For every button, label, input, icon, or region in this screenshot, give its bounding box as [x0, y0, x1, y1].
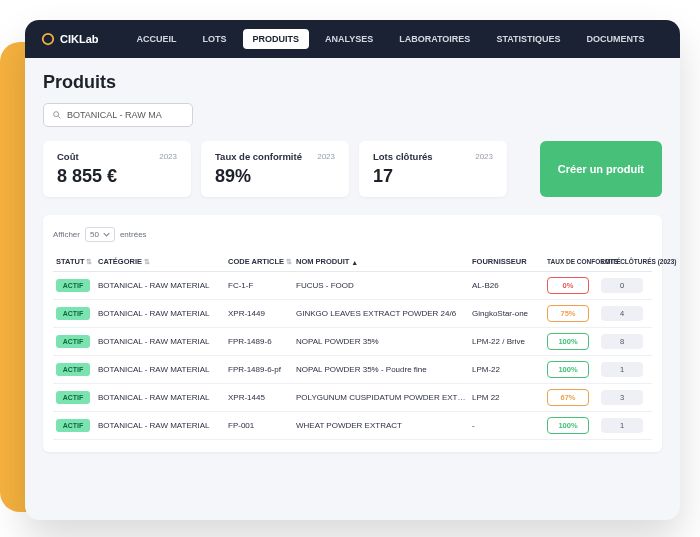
cell-category: BOTANICAL - RAW MATERIAL: [95, 356, 225, 384]
conformity-pill: 100%: [547, 417, 589, 434]
create-product-button[interactable]: Créer un produit: [540, 141, 662, 197]
logo-icon: [41, 32, 55, 46]
conformity-pill: 0%: [547, 277, 589, 294]
cell-category: BOTANICAL - RAW MATERIAL: [95, 300, 225, 328]
table-row[interactable]: ACTIFBOTANICAL - RAW MATERIALFP-001WHEAT…: [53, 412, 652, 440]
table-header-row: STATUT⇅ CATÉGORIE⇅ CODE ARTICLE⇅ NOM PRO…: [53, 252, 652, 272]
cell-supplier: LPM-22 / Brive: [469, 328, 544, 356]
closed-lots-pill: 1: [601, 418, 643, 433]
status-badge: ACTIF: [56, 307, 90, 320]
cell-supplier: AL-B26: [469, 272, 544, 300]
closed-lots-pill: 3: [601, 390, 643, 405]
closed-lots-pill: 0: [601, 278, 643, 293]
search-icon: [52, 110, 62, 120]
nav-items: ACCUEIL LOTS PRODUITS ANALYSES LABORATOI…: [127, 29, 655, 49]
stat-conformity: Taux de conformité 2023 89%: [201, 141, 349, 197]
chevron-down-icon: [103, 232, 110, 237]
th-status[interactable]: STATUT⇅: [53, 252, 95, 272]
cell-category: BOTANICAL - RAW MATERIAL: [95, 412, 225, 440]
cell-code: XPR-1445: [225, 384, 293, 412]
entries-selector: Afficher 50 entrées: [53, 227, 652, 242]
cell-supplier: GingkoStar-one: [469, 300, 544, 328]
nav-laboratoires[interactable]: LABORATOIRES: [389, 29, 480, 49]
search-value: BOTANICAL - RAW MA: [67, 110, 162, 120]
content-area: Produits BOTANICAL - RAW MA Coût 2023 8 …: [25, 58, 680, 466]
table-row[interactable]: ACTIFBOTANICAL - RAW MATERIALFPR-1489-6N…: [53, 328, 652, 356]
nav-analyses[interactable]: ANALYSES: [315, 29, 383, 49]
stat-cost-year: 2023: [159, 152, 177, 161]
table-row[interactable]: ACTIFBOTANICAL - RAW MATERIALFPR-1489-6-…: [53, 356, 652, 384]
cell-category: BOTANICAL - RAW MATERIAL: [95, 328, 225, 356]
closed-lots-pill: 1: [601, 362, 643, 377]
cell-code: FPR-1489-6: [225, 328, 293, 356]
stat-conform-value: 89%: [215, 166, 335, 187]
nav-produits[interactable]: PRODUITS: [243, 29, 310, 49]
navbar: CIKLab ACCUEIL LOTS PRODUITS ANALYSES LA…: [25, 20, 680, 58]
stat-conform-year: 2023: [317, 152, 335, 161]
table-row[interactable]: ACTIFBOTANICAL - RAW MATERIALFC-1-FFUCUS…: [53, 272, 652, 300]
stat-cost-value: 8 855 €: [57, 166, 177, 187]
sort-icon: ⇅: [86, 258, 92, 265]
status-badge: ACTIF: [56, 391, 90, 404]
conformity-pill: 75%: [547, 305, 589, 322]
svg-point-0: [43, 34, 54, 45]
th-closed-lots[interactable]: LOTS CLÔTURÉS (2023): [598, 252, 652, 272]
nav-documents[interactable]: DOCUMENTS: [577, 29, 655, 49]
th-code[interactable]: CODE ARTICLE⇅: [225, 252, 293, 272]
closed-lots-pill: 4: [601, 306, 643, 321]
brand-logo[interactable]: CIKLab: [41, 32, 99, 46]
stats-row: Coût 2023 8 855 € Taux de conformité 202…: [43, 141, 662, 197]
table-row[interactable]: ACTIFBOTANICAL - RAW MATERIALXPR-1449GIN…: [53, 300, 652, 328]
status-badge: ACTIF: [56, 279, 90, 292]
svg-point-1: [54, 112, 59, 117]
th-supplier[interactable]: FOURNISSEUR: [469, 252, 544, 272]
th-conform-rate[interactable]: TAUX DE CONFORMITÉ: [544, 252, 598, 272]
search-input[interactable]: BOTANICAL - RAW MA: [43, 103, 193, 127]
cell-code: FP-001: [225, 412, 293, 440]
sort-icon: ⇅: [144, 258, 150, 265]
cell-code: XPR-1449: [225, 300, 293, 328]
th-category[interactable]: CATÉGORIE⇅: [95, 252, 225, 272]
closed-lots-pill: 8: [601, 334, 643, 349]
conformity-pill: 100%: [547, 361, 589, 378]
cell-code: FPR-1489-6-pf: [225, 356, 293, 384]
table-row[interactable]: ACTIFBOTANICAL - RAW MATERIALXPR-1445POL…: [53, 384, 652, 412]
conformity-pill: 67%: [547, 389, 589, 406]
entries-select[interactable]: 50: [85, 227, 115, 242]
stat-closed-value: 17: [373, 166, 493, 187]
th-name[interactable]: NOM PRODUIT▲: [293, 252, 469, 272]
products-table-card: Afficher 50 entrées STATUT⇅ CATÉGORIE⇅ C…: [43, 215, 662, 452]
stat-closed-year: 2023: [475, 152, 493, 161]
show-label: Afficher: [53, 230, 80, 239]
entries-suffix: entrées: [120, 230, 147, 239]
cell-name: GINKGO LEAVES EXTRACT POWDER 24/6: [293, 300, 469, 328]
stat-conform-label: Taux de conformité: [215, 151, 302, 162]
svg-line-2: [58, 116, 60, 118]
entries-value: 50: [90, 230, 99, 239]
page-title: Produits: [43, 72, 662, 93]
cell-name: NOPAL POWDER 35%: [293, 328, 469, 356]
cell-category: BOTANICAL - RAW MATERIAL: [95, 272, 225, 300]
app-window: CIKLab ACCUEIL LOTS PRODUITS ANALYSES LA…: [25, 20, 680, 520]
cell-name: WHEAT POWDER EXTRACT: [293, 412, 469, 440]
stat-closed-lots: Lots clôturés 2023 17: [359, 141, 507, 197]
cell-supplier: LPM 22: [469, 384, 544, 412]
status-badge: ACTIF: [56, 419, 90, 432]
status-badge: ACTIF: [56, 335, 90, 348]
cell-name: FUCUS - FOOD: [293, 272, 469, 300]
nav-accueil[interactable]: ACCUEIL: [127, 29, 187, 49]
cell-supplier: -: [469, 412, 544, 440]
nav-statistiques[interactable]: STATISTIQUES: [486, 29, 570, 49]
cell-name: POLYGUNUM CUSPIDATUM POWDER EXTRACT 10%: [293, 384, 469, 412]
sort-icon: ⇅: [286, 258, 292, 265]
stat-cost-label: Coût: [57, 151, 79, 162]
nav-lots[interactable]: LOTS: [193, 29, 237, 49]
stat-cost: Coût 2023 8 855 €: [43, 141, 191, 197]
stat-closed-label: Lots clôturés: [373, 151, 433, 162]
cell-supplier: LPM-22: [469, 356, 544, 384]
cell-code: FC-1-F: [225, 272, 293, 300]
cell-category: BOTANICAL - RAW MATERIAL: [95, 384, 225, 412]
brand-name: CIKLab: [60, 33, 99, 45]
status-badge: ACTIF: [56, 363, 90, 376]
products-table: STATUT⇅ CATÉGORIE⇅ CODE ARTICLE⇅ NOM PRO…: [53, 252, 652, 440]
